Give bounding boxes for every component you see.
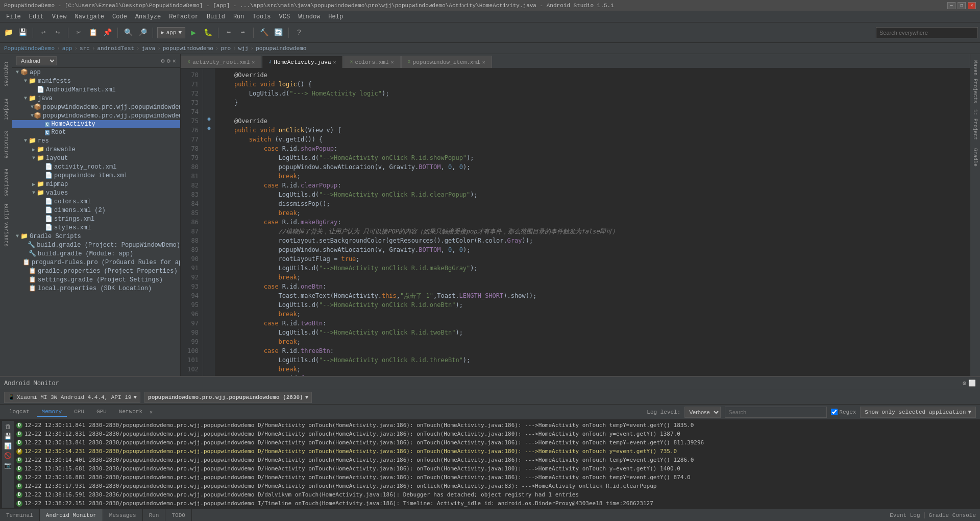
tree-item-layout[interactable]: ▼ 📁 layout	[12, 154, 180, 162]
build-variants-icon[interactable]: Build Variants	[1, 202, 12, 248]
breadcrumb-item[interactable]: androidTest	[97, 45, 134, 52]
regex-checkbox-label[interactable]: Regex	[831, 409, 856, 415]
code-content[interactable]: @Override public void logic() { LogUtils…	[215, 68, 970, 376]
breadcrumb-item[interactable]: src	[80, 45, 90, 52]
app-selector[interactable]: popupwindowdemo.pro.wjj.popupwindowdemo …	[144, 392, 312, 403]
breadcrumb-item[interactable]: java	[142, 45, 155, 52]
menu-item-vcs[interactable]: VCS	[275, 12, 295, 21]
tab-colors[interactable]: X colors.xml ✕	[344, 56, 401, 68]
monitor-restore-icon[interactable]: ⬜	[968, 380, 976, 387]
monitor-settings-icon[interactable]: ⚙	[963, 380, 966, 387]
tab-memory[interactable]: Memory	[37, 408, 67, 417]
bottom-tab-terminal[interactable]: Terminal	[0, 509, 40, 521]
menu-item-window[interactable]: Window	[294, 12, 324, 21]
breadcrumb-item[interactable]: pro	[220, 45, 231, 52]
close-button[interactable]: ✕	[968, 2, 976, 9]
android-view-selector[interactable]: Android Project Packages	[16, 56, 57, 65]
breadcrumb-item[interactable]: wjj	[238, 45, 249, 52]
show-only-selected-button[interactable]: Show only selected application ▼	[860, 407, 976, 418]
menu-item-file[interactable]: File	[2, 12, 25, 21]
favorites-icon[interactable]: Favorites	[1, 164, 12, 200]
project-icon[interactable]: Project	[1, 94, 12, 125]
project-panel-icon[interactable]: 1: Project	[971, 109, 980, 140]
log-search-input[interactable]	[725, 407, 827, 418]
captures-icon[interactable]: Captures	[1, 56, 12, 92]
tree-item-settings-gradle[interactable]: 📋 settings.gradle (Project Settings)	[12, 275, 180, 284]
toolbar-forward-button[interactable]: ➡	[237, 27, 249, 39]
restore-button[interactable]: ❐	[958, 2, 966, 9]
toolbar-redo-button[interactable]: ↪	[52, 27, 64, 39]
toolbar-save-button[interactable]: 💾	[16, 27, 29, 39]
tree-item-app[interactable]: ▼ 📦 app	[12, 68, 180, 77]
tree-item-build-gradle-app[interactable]: 🔧 build.gradle (Module: app)	[12, 249, 180, 258]
toolbar-help-button[interactable]: ?	[293, 27, 305, 39]
tree-item-gradle-scripts[interactable]: ▼ 📁 Gradle Scripts	[12, 232, 180, 241]
tree-item-activity-root-xml[interactable]: 📄 activity_root.xml	[12, 162, 180, 171]
tree-item-root[interactable]: C Root	[12, 128, 180, 136]
monitor-gc-icon[interactable]: 🗑	[5, 423, 11, 431]
tree-item-manifests[interactable]: ▼ 📁 manifests	[12, 77, 180, 85]
gradle-icon[interactable]: Gradle	[971, 142, 980, 173]
run-config-dropdown[interactable]: ▶ app ▼	[157, 27, 185, 38]
bottom-tab-todo[interactable]: TODO	[165, 509, 191, 521]
menu-item-tools[interactable]: Tools	[249, 12, 275, 21]
tree-item-values[interactable]: ▼ 📁 values	[12, 188, 180, 197]
tree-item-res[interactable]: ▼ 📁 res	[12, 136, 180, 145]
menu-item-navigate[interactable]: Navigate	[70, 12, 108, 21]
toolbar-build-button[interactable]: 🔨	[258, 27, 270, 39]
toolbar-undo-button[interactable]: ↩	[37, 27, 50, 39]
tree-item-pkg1[interactable]: ▼ 📦 popupwindowdemo.pro.wjj.popupwindowd…	[12, 103, 180, 111]
menu-item-analyze[interactable]: Analyze	[131, 12, 165, 21]
tab-cpu[interactable]: CPU	[69, 408, 89, 417]
breadcrumb-item[interactable]: popupwindowdemo	[256, 45, 306, 52]
menu-item-build[interactable]: Build	[203, 12, 229, 21]
monitor-dump-icon[interactable]: 💾	[4, 433, 12, 440]
monitor-screenshot-icon[interactable]: 📷	[4, 462, 12, 469]
tab-activity-root-close[interactable]: ✕	[252, 59, 255, 65]
tree-item-android-manifest[interactable]: 📄 AndroidManifest.xml	[12, 85, 180, 94]
toolbar-paste-button[interactable]: 📌	[101, 27, 113, 39]
structure-icon[interactable]: Structure	[1, 127, 12, 162]
tree-item-local-properties[interactable]: 📋 local.properties (SDK Location)	[12, 284, 180, 293]
tree-item-strings-xml[interactable]: 📄 strings.xml	[12, 215, 180, 223]
bottom-tab-messages[interactable]: Messages	[103, 509, 143, 521]
toolbar-find-button[interactable]: 🔎	[136, 27, 149, 39]
log-level-selector[interactable]: Verbose Debug Info Warn Error	[684, 407, 721, 418]
maven-projects-icon[interactable]: Maven Projects	[971, 56, 980, 107]
monitor-tab-close[interactable]: ✕	[150, 409, 153, 415]
monitor-clear-icon[interactable]: 🚫	[4, 452, 12, 460]
tab-colors-close[interactable]: ✕	[391, 59, 394, 65]
breadcrumb-item[interactable]: popupwindowdemo	[163, 45, 213, 52]
tree-item-build-gradle-project[interactable]: 🔧 build.gradle (Project: PopupWindowDemo…	[12, 241, 180, 249]
toolbar-search-button[interactable]: 🔍	[122, 27, 134, 39]
tab-gpu[interactable]: GPU	[91, 408, 112, 417]
monitor-alloc-icon[interactable]: 📊	[4, 442, 12, 450]
tab-popupwindow-item[interactable]: X popupwindow_item.xml ✕	[401, 56, 492, 68]
log-content-area[interactable]: 🗑 💾 📊 🚫 📷 D12-22 12:30:11.841 2830-2830/…	[0, 420, 980, 509]
menu-item-view[interactable]: View	[48, 12, 71, 21]
regex-checkbox[interactable]	[831, 409, 838, 415]
menu-item-help[interactable]: Help	[324, 12, 347, 21]
tree-item-colors-xml[interactable]: 📄 colors.xml	[12, 197, 180, 206]
tree-item-gradle-properties[interactable]: 📋 gradle.properties (Project Properties)	[12, 267, 180, 275]
tab-home-activity[interactable]: J HomeActivity.java ✕	[262, 56, 342, 68]
tree-item-drawable[interactable]: ▶ 📁 drawable	[12, 145, 180, 154]
tab-activity-root[interactable]: X activity_root.xml ✕	[181, 56, 261, 68]
tab-home-activity-close[interactable]: ✕	[333, 59, 336, 65]
toolbar-back-button[interactable]: ⬅	[223, 27, 235, 39]
toolbar-cut-button[interactable]: ✂	[72, 27, 85, 39]
menu-item-code[interactable]: Code	[108, 12, 131, 21]
bottom-tab-android-monitor[interactable]: Android Monitor	[40, 509, 103, 521]
tree-item-homeactivity[interactable]: C HomeActivity	[12, 120, 180, 128]
tab-logcat[interactable]: logcat	[4, 408, 35, 417]
tree-item-java[interactable]: ▼ 📁 java	[12, 94, 180, 103]
sidebar-settings-icon[interactable]: ⚙	[167, 57, 170, 65]
sidebar-sync-icon[interactable]: ⚙	[161, 57, 164, 65]
event-log-link[interactable]: Event Log	[890, 512, 924, 518]
menu-item-edit[interactable]: Edit	[25, 12, 48, 21]
breadcrumb-item[interactable]: app	[62, 45, 72, 52]
tree-item-popupwindow-item-xml[interactable]: 📄 popupwindow_item.xml	[12, 171, 180, 180]
tree-item-styles-xml[interactable]: 📄 styles.xml	[12, 223, 180, 232]
sidebar-close-icon[interactable]: ✕	[173, 57, 176, 65]
breadcrumb-item[interactable]: PopupWindowDemo	[4, 45, 55, 52]
